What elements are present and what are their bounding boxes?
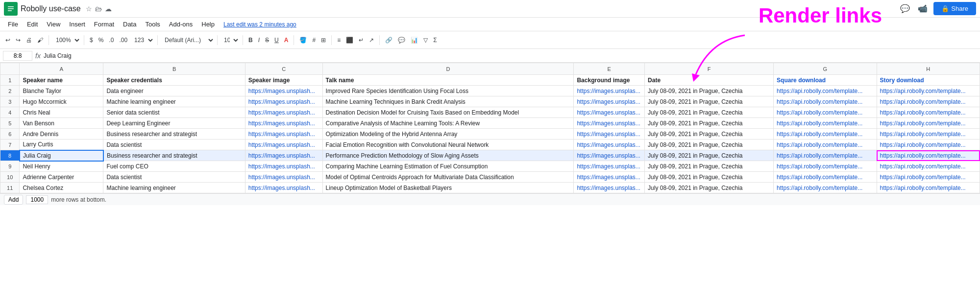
cell-g[interactable]: https://api.robolly.com/template... [774, 129, 877, 140]
comment-button[interactable]: 💬 [395, 35, 408, 45]
cell-g[interactable]: https://api.robolly.com/template... [774, 86, 877, 96]
col-header-f[interactable]: F [645, 63, 774, 75]
cell-h[interactable]: https://api.robolly.com/template... [877, 172, 980, 183]
cell-c[interactable]: https://images.unsplash... [245, 86, 322, 96]
link-button[interactable]: 🔗 [383, 35, 395, 45]
cell-d[interactable]: Performance Prediction Methodology of Sl… [322, 150, 574, 161]
cell-a[interactable]: Hugo Mccormick [20, 96, 103, 107]
cell-e[interactable]: https://images.unsplas... [574, 86, 645, 96]
add-rows-input[interactable] [26, 195, 48, 204]
cell-b[interactable]: Business researcher and strategist [103, 129, 245, 140]
cell-h[interactable]: https://api.robolly.com/template... [877, 107, 980, 118]
cell-e[interactable]: https://images.unsplas... [574, 161, 645, 172]
cell-c[interactable]: https://images.unsplash... [245, 107, 322, 118]
cell-g[interactable]: https://api.robolly.com/template... [774, 96, 877, 107]
italic-button[interactable]: I [256, 35, 262, 45]
cell-a[interactable]: Blanche Taylor [20, 86, 103, 96]
cell-d[interactable]: Machine Learning Techniques in Bank Cred… [322, 96, 574, 107]
cell-a[interactable]: Chris Neal [20, 107, 103, 118]
decimal0-button[interactable]: .0 [106, 35, 116, 45]
decimal1-button[interactable]: .00 [117, 35, 130, 45]
cell-b[interactable]: Data scientist [103, 140, 245, 150]
menu-help[interactable]: Help [197, 19, 219, 29]
cell-h[interactable]: https://api.robolly.com/template... [877, 150, 980, 161]
cell-f[interactable]: July 08-09, 2021 in Prague, Czechia [645, 150, 774, 161]
menu-file[interactable]: File [4, 19, 22, 29]
cell-d[interactable]: Model of Optimal Centroids Approach for … [322, 172, 574, 183]
comments-icon[interactable]: 💬 [898, 2, 912, 15]
font-color-button[interactable]: A [282, 35, 291, 45]
cell-f[interactable]: July 08-09, 2021 in Prague, Czechia [645, 118, 774, 129]
cell-c[interactable]: https://images.unsplash... [245, 140, 322, 150]
cell-h[interactable]: https://api.robolly.com/template... [877, 118, 980, 129]
align-v-button[interactable]: ⬛ [343, 35, 356, 45]
underline-button[interactable]: U [272, 35, 281, 45]
header-talk-name[interactable]: Talk name [322, 75, 574, 86]
cell-h[interactable]: https://api.robolly.com/template... [877, 161, 980, 172]
cell-e[interactable]: https://images.unsplas... [574, 140, 645, 150]
cell-f[interactable]: July 08-09, 2021 in Prague, Czechia [645, 183, 774, 193]
cell-a[interactable]: Neil Henry [20, 161, 103, 172]
col-header-g[interactable]: G [774, 63, 877, 75]
cell-a[interactable]: Andre Dennis [20, 129, 103, 140]
paintformat-button[interactable]: 🖌 [35, 35, 46, 45]
cell-g[interactable]: https://api.robolly.com/template... [774, 107, 877, 118]
cell-b[interactable]: Deep Learning Engineer [103, 118, 245, 129]
borders-button[interactable]: # [310, 35, 318, 45]
cell-f[interactable]: July 08-09, 2021 in Prague, Czechia [645, 129, 774, 140]
cell-g[interactable]: https://api.robolly.com/template... [774, 150, 877, 161]
header-square-download[interactable]: Square download [774, 75, 877, 86]
menu-tools[interactable]: Tools [141, 19, 164, 29]
cell-a[interactable]: Adrienne Carpenter [20, 172, 103, 183]
cell-c[interactable]: https://images.unsplash... [245, 183, 322, 193]
cell-c[interactable]: https://images.unsplash... [245, 96, 322, 107]
cell-a[interactable]: Van Benson [20, 118, 103, 129]
header-speaker-image[interactable]: Speaker image [245, 75, 322, 86]
cell-e[interactable]: https://images.unsplas... [574, 172, 645, 183]
cell-reference[interactable] [3, 51, 32, 61]
cell-c[interactable]: https://images.unsplash... [245, 161, 322, 172]
format-select[interactable]: 123 [130, 35, 154, 45]
cell-a[interactable]: Larry Curtis [20, 140, 103, 150]
cell-d[interactable]: Comparative Analysis of Machine Learning… [322, 118, 574, 129]
cell-b[interactable]: Data engineer [103, 86, 245, 96]
cell-d[interactable]: Lineup Optimization Model of Basketball … [322, 183, 574, 193]
cell-b[interactable]: Senior data scientist [103, 107, 245, 118]
add-rows-button[interactable]: Add [4, 195, 23, 205]
header-background-image[interactable]: Background image [574, 75, 645, 86]
header-date[interactable]: Date [645, 75, 774, 86]
cell-f[interactable]: July 08-09, 2021 in Prague, Czechia [645, 96, 774, 107]
wrap-button[interactable]: ↵ [356, 35, 366, 45]
cell-g[interactable]: https://api.robolly.com/template... [774, 140, 877, 150]
cell-g[interactable]: https://api.robolly.com/template... [774, 172, 877, 183]
cell-d[interactable]: Optimization Modeling of the Hybrid Ante… [322, 129, 574, 140]
strikethrough-button[interactable]: S [263, 35, 271, 45]
cell-d[interactable]: Improved Rare Species Identification Usi… [322, 86, 574, 96]
meet-icon[interactable]: 📹 [916, 2, 930, 15]
cell-b[interactable]: Business researcher and strategist [103, 150, 245, 161]
cell-f[interactable]: July 08-09, 2021 in Prague, Czechia [645, 140, 774, 150]
col-header-e[interactable]: E [574, 63, 645, 75]
cell-g[interactable]: https://api.robolly.com/template... [774, 118, 877, 129]
col-header-h[interactable]: H [877, 63, 980, 75]
sigma-button[interactable]: Σ [431, 35, 439, 45]
header-speaker-name[interactable]: Speaker name [20, 75, 103, 86]
cell-g[interactable]: https://api.robolly.com/template... [774, 161, 877, 172]
menu-format[interactable]: Format [90, 19, 118, 29]
cell-c[interactable]: https://images.unsplash... [245, 118, 322, 129]
cell-c[interactable]: https://images.unsplash... [245, 172, 322, 183]
cell-h[interactable]: https://api.robolly.com/template... [877, 129, 980, 140]
col-header-c[interactable]: C [245, 63, 322, 75]
bold-button[interactable]: B [246, 35, 255, 45]
font-size-select[interactable]: 10 [220, 35, 240, 45]
star-icon[interactable]: ☆ [86, 5, 92, 13]
cell-d[interactable]: Destination Decision Model for Cruising … [322, 107, 574, 118]
undo-button[interactable]: ↩ [3, 35, 13, 45]
header-story-download[interactable]: Story download [877, 75, 980, 86]
cell-b[interactable]: Machine learning engineer [103, 96, 245, 107]
currency-button[interactable]: $ [87, 35, 96, 45]
cell-a[interactable]: Julia Craig [20, 150, 103, 161]
col-header-a[interactable]: A [20, 63, 103, 75]
cell-c[interactable]: https://images.unsplash... [245, 129, 322, 140]
menu-data[interactable]: Data [119, 19, 140, 29]
